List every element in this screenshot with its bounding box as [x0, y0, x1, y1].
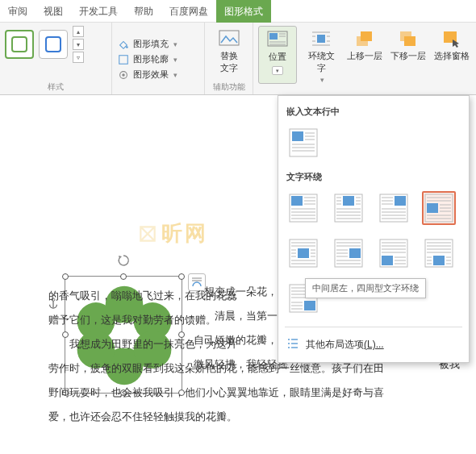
more-layout-options[interactable]: 其他布局选项(L)... — [285, 334, 462, 356]
effects-icon — [117, 69, 130, 81]
group-label-styles: 样式 — [5, 81, 106, 93]
text-line: 野间玩耍时，也会被我吸引，他们小心翼翼地靠近，眼睛里满是好奇与喜 — [48, 381, 468, 405]
shape-style-1[interactable] — [5, 30, 34, 59]
position-dropdown-toggle[interactable]: ▾ — [272, 66, 283, 75]
dropdown-separator — [285, 327, 462, 327]
tab-help[interactable]: 帮助 — [126, 0, 161, 23]
position-option-middle-right[interactable] — [332, 236, 365, 270]
wrap-text-label: 环绕文 字 — [308, 50, 335, 74]
svg-rect-94 — [349, 248, 361, 258]
paint-bucket-icon — [117, 38, 130, 51]
gallery-scroll-up[interactable]: ▴ — [73, 26, 84, 37]
svg-rect-6 — [269, 33, 278, 40]
selection-pane-button[interactable]: 选择窗格 — [432, 26, 471, 84]
svg-rect-112 — [433, 256, 445, 265]
shape-style-gallery[interactable]: ▴ ▾ ▿ — [5, 26, 106, 63]
svg-rect-19 — [357, 36, 368, 46]
tab-picture-format[interactable]: 图形格式 — [216, 0, 271, 23]
position-icon — [266, 30, 289, 49]
group-shape-styles: ▴ ▾ ▿ 样式 — [0, 23, 112, 94]
svg-rect-82 — [298, 248, 309, 258]
svg-rect-35 — [292, 131, 303, 141]
tab-devtools[interactable]: 开发工具 — [71, 0, 126, 23]
position-option-middle-left[interactable] — [422, 191, 456, 225]
group-shape-format: 图形填充▾ 图形轮廓▾ 图形效果▾ — [112, 23, 205, 94]
outline-icon — [117, 53, 130, 66]
position-option-top-right[interactable] — [377, 191, 411, 225]
bring-forward-icon — [353, 29, 376, 48]
svg-rect-21 — [404, 36, 415, 46]
alt-text-label: 替换 文字 — [220, 50, 238, 74]
svg-rect-103 — [382, 256, 393, 265]
svg-rect-1 — [119, 55, 128, 64]
svg-point-0 — [126, 46, 128, 48]
group-label-accessibility: 辅助功能 — [210, 81, 248, 93]
bring-forward-button[interactable]: 上移一层 — [345, 26, 384, 84]
svg-rect-43 — [291, 196, 303, 206]
svg-rect-73 — [427, 203, 438, 213]
selection-pane-label: 选择窗格 — [434, 50, 470, 62]
ribbon-tabs: 审阅 视图 开发工具 帮助 百度网盘 图形格式 — [0, 0, 476, 23]
position-option-inline[interactable] — [286, 126, 320, 160]
gallery-scroll-down[interactable]: ▾ — [73, 39, 84, 50]
shape-fill-button[interactable]: 图形填充▾ — [117, 38, 199, 51]
more-layout-label: 其他布局选项 — [306, 339, 364, 350]
selection-pane-icon — [441, 29, 463, 48]
tab-review[interactable]: 审阅 — [0, 0, 35, 23]
dropdown-section-inline: 嵌入文本行中 — [286, 106, 461, 118]
text-line: 爱，也许还会忍不住轻轻触摸我的花瓣。 — [48, 405, 468, 429]
position-option-top-left[interactable] — [286, 191, 320, 225]
bring-forward-label: 上移一层 — [347, 50, 382, 62]
send-backward-icon — [397, 29, 420, 48]
svg-rect-52 — [343, 196, 354, 206]
gallery-more[interactable]: ▿ — [73, 52, 84, 63]
tab-baidu[interactable]: 百度网盘 — [161, 0, 216, 23]
alt-text-icon — [218, 29, 240, 48]
svg-point-3 — [122, 73, 125, 77]
group-label-arrange — [258, 85, 471, 94]
svg-rect-11 — [317, 35, 325, 43]
shape-fill-label: 图形填充 — [133, 38, 169, 50]
position-label: 位置 — [269, 51, 286, 63]
ribbon-bar: ▴ ▾ ▿ 样式 图形填充▾ 图形轮廓▾ — [0, 23, 476, 95]
shape-outline-label: 图形轮廓 — [133, 53, 169, 65]
position-option-bottom-left[interactable] — [377, 236, 411, 270]
svg-rect-124 — [304, 301, 315, 310]
position-option-middle-center[interactable] — [286, 236, 320, 270]
send-backward-button[interactable]: 下移一层 — [389, 26, 428, 84]
shape-style-2[interactable] — [39, 30, 68, 59]
svg-rect-4 — [219, 31, 239, 45]
shape-outline-button[interactable]: 图形轮廓▾ — [117, 53, 199, 66]
group-arrange: 位置 ▾ 环绕文 字 ▾ 上移一层 下移一层 — [253, 23, 476, 94]
shape-effects-button[interactable]: 图形效果▾ — [117, 69, 199, 81]
alt-text-button[interactable]: 替换 文字 — [210, 26, 248, 74]
dropdown-section-wrap: 文字环绕 — [286, 171, 461, 183]
position-option-tooltip: 中间居左，四周型文字环绕 — [305, 278, 426, 298]
group-accessibility: 替换 文字 辅助功能 — [205, 23, 253, 94]
wrap-text-button[interactable]: 环绕文 字 ▾ — [302, 26, 340, 84]
layout-options-list-icon — [286, 337, 299, 352]
shape-effects-label: 图形效果 — [133, 69, 169, 81]
position-option-bottom-center[interactable] — [422, 236, 456, 270]
send-backward-label: 下移一层 — [390, 50, 426, 62]
wrap-text-icon — [310, 29, 332, 48]
tab-view[interactable]: 视图 — [35, 0, 71, 23]
chevron-down-icon: ▾ — [320, 76, 324, 84]
position-option-top-center[interactable] — [332, 191, 365, 225]
svg-rect-64 — [395, 196, 406, 206]
style-gallery-scroll: ▴ ▾ ▿ — [73, 26, 84, 63]
more-layout-key: (L)... — [364, 339, 384, 350]
position-button[interactable]: 位置 ▾ — [258, 26, 297, 84]
position-dropdown-panel: 嵌入文本行中 文字环绕 — [278, 95, 470, 363]
